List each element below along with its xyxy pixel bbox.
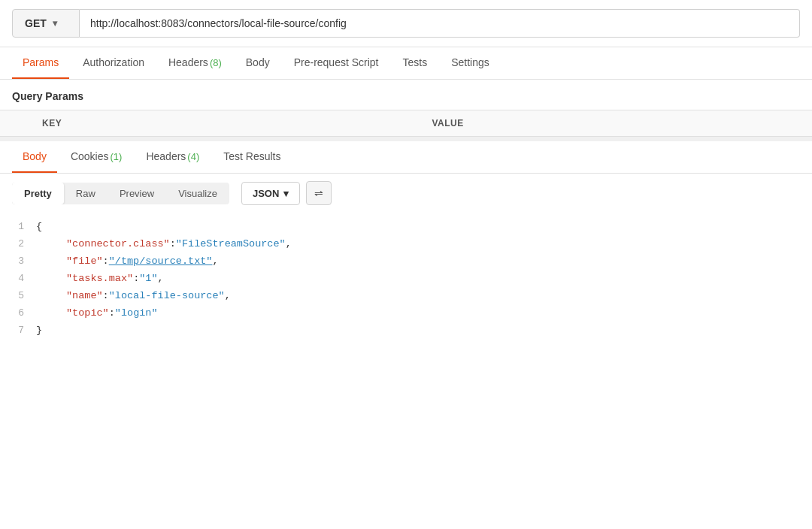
tab-params[interactable]: Params xyxy=(12,47,69,79)
json-key: "tasks.max" xyxy=(66,271,133,288)
tab-test-results[interactable]: Test Results xyxy=(213,141,291,173)
method-label: GET xyxy=(25,17,47,29)
tab-tests[interactable]: Tests xyxy=(392,47,438,79)
chevron-down-icon: ▾ xyxy=(53,18,57,29)
json-line: 3"file": "/tmp/source.txt", xyxy=(0,253,812,271)
chevron-down-icon: ▾ xyxy=(283,188,289,199)
line-number: 6 xyxy=(6,305,36,322)
json-key: "name" xyxy=(66,288,103,305)
line-number: 3 xyxy=(6,253,36,270)
json-line: 7} xyxy=(0,322,812,340)
json-value: "1" xyxy=(139,271,157,288)
json-value: "login" xyxy=(115,305,158,322)
params-table: KEY VALUE xyxy=(0,110,812,137)
type-selector[interactable]: JSON ▾ xyxy=(241,182,300,205)
tab-prerequest[interactable]: Pre-request Script xyxy=(283,47,389,79)
json-brace: { xyxy=(36,219,42,236)
method-selector[interactable]: GET ▾ xyxy=(12,9,80,38)
col-key: KEY xyxy=(30,110,420,137)
tab-settings[interactable]: Settings xyxy=(441,47,500,79)
json-line: 5"name": "local-file-source", xyxy=(0,288,812,305)
format-btn-group: Pretty Raw Preview Visualize xyxy=(12,183,229,204)
format-pretty-btn[interactable]: Pretty xyxy=(12,183,64,204)
line-number: 2 xyxy=(6,236,36,252)
tab-authorization[interactable]: Authorization xyxy=(72,47,155,79)
json-value: "local-file-source" xyxy=(109,288,225,305)
line-number: 5 xyxy=(6,288,36,304)
request-tabs: Params Authorization Headers(8) Body Pre… xyxy=(0,47,812,80)
response-tabs: Body Cookies(1) Headers(4) Test Results xyxy=(0,141,812,174)
format-visualize-btn[interactable]: Visualize xyxy=(166,183,229,204)
json-value: "FileStreamSource" xyxy=(176,236,286,253)
url-bar: GET ▾ xyxy=(0,0,812,47)
tab-cookies[interactable]: Cookies(1) xyxy=(60,141,132,173)
json-line: 1{ xyxy=(0,219,812,236)
tab-headers-response[interactable]: Headers(4) xyxy=(135,141,210,173)
tab-headers-request[interactable]: Headers(8) xyxy=(158,47,232,79)
format-raw-btn[interactable]: Raw xyxy=(64,183,108,204)
body-toolbar: Pretty Raw Preview Visualize JSON ▾ ⇌ xyxy=(0,174,812,213)
col-checkbox xyxy=(0,110,30,137)
wrap-icon: ⇌ xyxy=(314,187,323,199)
json-line: 4"tasks.max": "1", xyxy=(0,271,812,288)
url-input[interactable] xyxy=(80,9,800,38)
json-body: 1{2"connector.class": "FileStreamSource"… xyxy=(0,213,812,352)
line-number: 1 xyxy=(6,219,36,235)
format-preview-btn[interactable]: Preview xyxy=(108,183,166,204)
json-line: 6"topic": "login" xyxy=(0,305,812,322)
json-key: "topic" xyxy=(66,305,109,322)
col-value: VALUE xyxy=(420,110,812,137)
json-line: 2"connector.class": "FileStreamSource", xyxy=(0,236,812,253)
tab-body-response[interactable]: Body xyxy=(12,141,57,173)
wrap-button[interactable]: ⇌ xyxy=(306,181,332,205)
response-section: Body Cookies(1) Headers(4) Test Results … xyxy=(0,137,812,352)
line-number: 7 xyxy=(6,322,36,339)
json-key: "connector.class" xyxy=(66,236,170,253)
json-brace: } xyxy=(36,322,42,340)
line-number: 4 xyxy=(6,271,36,287)
tab-body-request[interactable]: Body xyxy=(235,47,280,79)
json-value-link[interactable]: "/tmp/source.txt" xyxy=(109,253,213,271)
json-key: "file" xyxy=(66,253,103,271)
query-params-header: Query Params xyxy=(0,80,812,110)
